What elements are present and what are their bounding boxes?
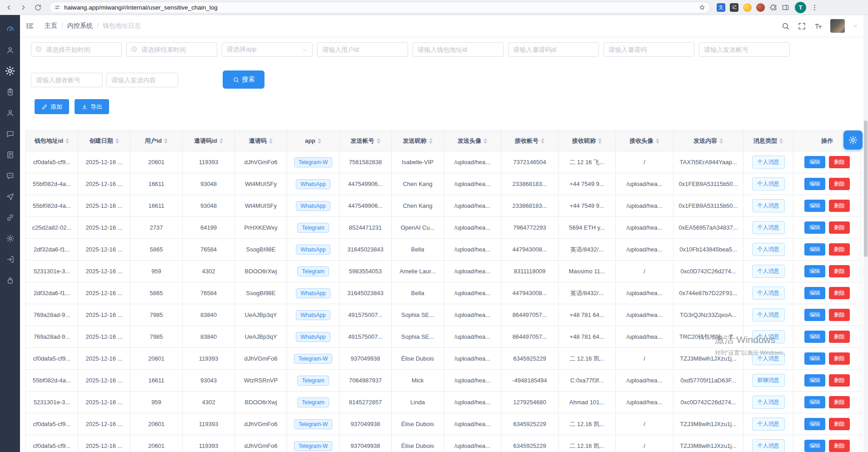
sidebar-item-send[interactable] bbox=[0, 186, 20, 207]
filter-input-receiver-account[interactable] bbox=[31, 73, 103, 87]
edit-button[interactable]: 编辑 bbox=[804, 243, 825, 256]
column-header-消息类型[interactable]: 消息类型 bbox=[743, 131, 793, 151]
breadcrumb-item-1[interactable]: 主页 bbox=[45, 22, 57, 30]
sidebar-collapse-icon[interactable] bbox=[25, 21, 35, 30]
extensions-puzzle-icon[interactable] bbox=[769, 4, 777, 11]
filter-input-sender-account[interactable] bbox=[699, 42, 790, 57]
search-icon bbox=[233, 76, 239, 83]
filter-input-invite-code-id[interactable] bbox=[508, 42, 599, 57]
filter-input-wallet-address-id[interactable] bbox=[413, 42, 504, 57]
site-info-icon[interactable] bbox=[54, 4, 60, 10]
column-header-app[interactable]: app bbox=[287, 131, 339, 151]
browser-profile-avatar[interactable]: T bbox=[795, 2, 806, 13]
edit-button[interactable]: 编辑 bbox=[804, 178, 825, 190]
emoji-extension-icon[interactable] bbox=[743, 3, 752, 12]
url-bar[interactable]: haiwang.app/miwang#/internal/user_sensit… bbox=[49, 2, 710, 13]
sidebar-item-settings[interactable] bbox=[0, 228, 20, 249]
browser-menu-icon[interactable] bbox=[811, 4, 818, 11]
table-row: 55bf082d-4a...2025-12-16 ...1661193048Wt… bbox=[26, 173, 861, 195]
bookmark-star-icon[interactable] bbox=[699, 4, 705, 10]
filter-input-end-time[interactable] bbox=[126, 42, 217, 57]
side-panel-icon[interactable] bbox=[782, 4, 789, 11]
column-header-接收帐号[interactable]: 接收帐号 bbox=[501, 131, 559, 151]
delete-button[interactable]: 删除 bbox=[829, 352, 850, 365]
sidebar-item-links[interactable] bbox=[0, 207, 20, 228]
column-header-发送内容[interactable]: 发送内容 bbox=[673, 131, 743, 151]
scrollbar-thumb[interactable] bbox=[864, 121, 868, 257]
column-header-发送帐号[interactable]: 发送帐号 bbox=[339, 131, 392, 151]
delete-button[interactable]: 删除 bbox=[829, 243, 850, 256]
column-header-用户id[interactable]: 用户id bbox=[130, 131, 183, 151]
filter-input-invite-code[interactable] bbox=[604, 42, 694, 57]
edit-button[interactable]: 编辑 bbox=[804, 309, 825, 321]
delete-button[interactable]: 删除 bbox=[829, 265, 850, 277]
sidebar-item-internal-control[interactable] bbox=[0, 60, 20, 81]
cell-创建日期: 2025-12-16 ... bbox=[78, 370, 130, 392]
breadcrumb-item-2[interactable]: 内控系统 bbox=[67, 22, 93, 30]
sidebar-item-records[interactable] bbox=[0, 81, 20, 102]
table-settings-button[interactable] bbox=[843, 131, 863, 150]
column-header-接收昵称[interactable]: 接收昵称 bbox=[559, 131, 616, 151]
column-header-邀请码id[interactable]: 邀请码id bbox=[183, 131, 235, 151]
filter-select-app[interactable]: 请选择app bbox=[222, 42, 313, 57]
back-button[interactable] bbox=[3, 1, 15, 13]
search-icon[interactable] bbox=[781, 22, 790, 30]
app-badge: WhatsApp bbox=[296, 179, 330, 189]
column-header-发送头像[interactable]: 发送头像 bbox=[444, 131, 501, 151]
edit-button[interactable]: 编辑 bbox=[804, 374, 825, 387]
column-header-钱包地址id[interactable]: 钱包地址id bbox=[26, 131, 78, 151]
column-header-发送昵称[interactable]: 发送昵称 bbox=[392, 131, 444, 151]
column-header-邀请码[interactable]: 邀请码 bbox=[235, 131, 287, 151]
filter-input-user-id[interactable] bbox=[317, 42, 408, 57]
cell-发送内容: 0x1FEB9A53115b50... bbox=[673, 195, 743, 217]
edit-button[interactable]: 编辑 bbox=[804, 287, 825, 299]
column-header-接收头像[interactable]: 接收头像 bbox=[616, 131, 673, 151]
sidebar-item-messages[interactable] bbox=[0, 123, 20, 144]
delete-button[interactable]: 删除 bbox=[829, 200, 850, 212]
delete-button[interactable]: 删除 bbox=[829, 221, 850, 234]
edit-button[interactable]: 编辑 bbox=[804, 352, 825, 365]
filter-input-send-content[interactable] bbox=[106, 73, 178, 87]
sidebar-item-logs[interactable] bbox=[0, 144, 20, 165]
sidebar-item-chats[interactable] bbox=[0, 165, 20, 186]
reload-button[interactable] bbox=[32, 1, 44, 13]
sidebar-item-users[interactable] bbox=[0, 40, 20, 60]
chevron-down-icon[interactable] bbox=[853, 23, 858, 29]
cell-接收帐号: 447943008... bbox=[501, 239, 559, 261]
edit-button[interactable]: 编辑 bbox=[804, 331, 825, 343]
translate-extension-icon[interactable]: 文 bbox=[717, 3, 725, 12]
cell-用户id: 959 bbox=[130, 392, 183, 413]
edit-button[interactable]: 编辑 bbox=[804, 221, 825, 234]
delete-button[interactable]: 删除 bbox=[829, 309, 850, 321]
sidebar-item-security[interactable] bbox=[0, 270, 20, 291]
delete-button[interactable]: 删除 bbox=[829, 440, 850, 452]
delete-button[interactable]: 删除 bbox=[829, 156, 850, 168]
edit-button[interactable]: 编辑 bbox=[804, 200, 825, 212]
font-size-icon[interactable] bbox=[814, 22, 823, 30]
filter-input-start-time[interactable] bbox=[31, 42, 122, 57]
search-button[interactable]: 搜索 bbox=[223, 70, 264, 89]
fullscreen-icon[interactable] bbox=[798, 22, 806, 30]
delete-button[interactable]: 删除 bbox=[829, 418, 850, 430]
add-button[interactable]: 添加 bbox=[35, 99, 69, 114]
edit-button[interactable]: 编辑 bbox=[804, 265, 825, 277]
edit-button[interactable]: 编辑 bbox=[804, 440, 825, 452]
delete-button[interactable]: 删除 bbox=[829, 178, 850, 190]
export-button[interactable]: 导出 bbox=[75, 99, 109, 114]
red-extension-icon[interactable] bbox=[756, 3, 765, 12]
delete-button[interactable]: 删除 bbox=[829, 374, 850, 387]
forward-button[interactable] bbox=[17, 1, 29, 13]
delete-button[interactable]: 删除 bbox=[829, 331, 850, 343]
sidebar-item-dashboard[interactable] bbox=[0, 19, 20, 40]
edit-button[interactable]: 编辑 bbox=[804, 396, 825, 408]
column-header-创建日期[interactable]: 创建日期 bbox=[78, 131, 130, 151]
sidebar-item-logout[interactable] bbox=[0, 249, 20, 270]
edit-button[interactable]: 编辑 bbox=[804, 418, 825, 430]
edit-button[interactable]: 编辑 bbox=[804, 156, 825, 168]
user-avatar[interactable] bbox=[830, 19, 845, 33]
table-row: 769a28ad-9...2025-12-16 ...798583840UeAJ… bbox=[26, 326, 861, 348]
delete-button[interactable]: 删除 bbox=[829, 287, 850, 299]
delete-button[interactable]: 删除 bbox=[829, 396, 850, 408]
dark-extension-icon[interactable]: 记 bbox=[730, 3, 738, 12]
sidebar-item-members[interactable] bbox=[0, 102, 20, 123]
